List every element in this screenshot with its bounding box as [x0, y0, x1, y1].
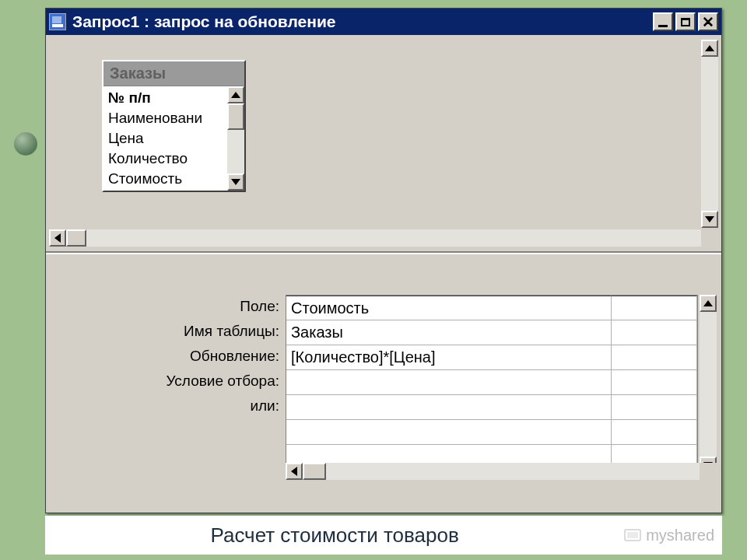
- upper-pane-hscroll[interactable]: [49, 229, 718, 247]
- list-item[interactable]: Стоимость: [103, 169, 227, 189]
- cell-criteria[interactable]: [286, 370, 612, 394]
- slide-caption: Расчет стоимости товаров: [45, 523, 624, 548]
- fieldlist-vscroll[interactable]: [227, 86, 244, 191]
- upper-pane-vscroll[interactable]: [701, 40, 718, 228]
- table-field-list[interactable]: Заказы № п/п Наименовани Цена Количество…: [102, 60, 246, 192]
- grid-cells[interactable]: Стоимость Заказы [Количество]*[Цена]: [286, 295, 698, 474]
- watermark-text: myshared: [646, 527, 714, 544]
- grid-hscroll[interactable]: [286, 463, 717, 480]
- cell-field[interactable]: Стоимость: [286, 296, 612, 320]
- window-title: Запрос1 : запрос на обновление: [72, 12, 336, 31]
- scroll-track[interactable]: [700, 312, 717, 457]
- list-item[interactable]: Цена: [103, 128, 227, 149]
- slide-footer: Расчет стоимости товаров myshared: [45, 516, 722, 555]
- scroll-track[interactable]: [326, 463, 700, 480]
- query-designer-window: Запрос1 : запрос на обновление ✕ Заказы …: [45, 8, 722, 513]
- scroll-corner: [701, 229, 718, 247]
- design-grid-pane: Поле: Имя таблицы: Обновление: Условие о…: [46, 253, 721, 513]
- cell-empty[interactable]: [612, 395, 697, 419]
- scroll-corner: [700, 463, 717, 480]
- scroll-up-button[interactable]: [700, 295, 717, 312]
- grid-row-labels: Поле: Имя таблицы: Обновление: Условие о…: [52, 295, 286, 474]
- scroll-down-button[interactable]: [227, 173, 244, 191]
- app-icon: [49, 13, 66, 30]
- grid-vscroll[interactable]: [700, 295, 717, 474]
- scroll-track[interactable]: [86, 229, 701, 247]
- scroll-left-button[interactable]: [286, 463, 303, 480]
- tables-pane: Заказы № п/п Наименовани Цена Количество…: [46, 35, 721, 253]
- label-field: Поле:: [52, 295, 286, 320]
- scroll-left-button[interactable]: [49, 229, 66, 247]
- scroll-track[interactable]: [701, 57, 718, 211]
- label-update: Обновление:: [52, 345, 286, 369]
- cell-empty[interactable]: [612, 420, 697, 444]
- slide-bullet-icon: [14, 132, 37, 156]
- cell-table[interactable]: Заказы: [286, 320, 612, 345]
- svg-rect-1: [627, 532, 638, 538]
- scroll-thumb[interactable]: [66, 229, 86, 247]
- cell-or[interactable]: [286, 395, 612, 419]
- cell-empty[interactable]: [612, 345, 697, 369]
- maximize-button[interactable]: [675, 12, 696, 31]
- cell-empty[interactable]: [612, 370, 697, 394]
- scroll-up-button[interactable]: [701, 40, 718, 57]
- label-or: или:: [52, 394, 286, 419]
- list-item[interactable]: № п/п: [103, 88, 227, 108]
- cell-empty[interactable]: [612, 296, 697, 320]
- scroll-up-button[interactable]: [227, 86, 244, 103]
- cell-update[interactable]: [Количество]*[Цена]: [286, 345, 612, 369]
- field-list[interactable]: № п/п Наименовани Цена Количество Стоимо…: [103, 86, 227, 191]
- watermark: myshared: [624, 527, 722, 544]
- scroll-down-button[interactable]: [701, 211, 718, 228]
- list-item[interactable]: Наименовани: [103, 108, 227, 128]
- table-title: Заказы: [103, 61, 244, 86]
- scroll-thumb[interactable]: [303, 463, 326, 480]
- cell-empty[interactable]: [612, 320, 697, 345]
- scroll-track[interactable]: [227, 130, 244, 173]
- scroll-thumb[interactable]: [227, 103, 244, 130]
- list-item[interactable]: Количество: [103, 149, 227, 169]
- titlebar[interactable]: Запрос1 : запрос на обновление ✕: [46, 9, 721, 35]
- label-table: Имя таблицы:: [52, 320, 286, 345]
- close-button[interactable]: ✕: [698, 12, 718, 31]
- minimize-button[interactable]: [653, 12, 673, 31]
- label-criteria: Условие отбора:: [52, 369, 286, 394]
- cell-empty[interactable]: [286, 420, 612, 444]
